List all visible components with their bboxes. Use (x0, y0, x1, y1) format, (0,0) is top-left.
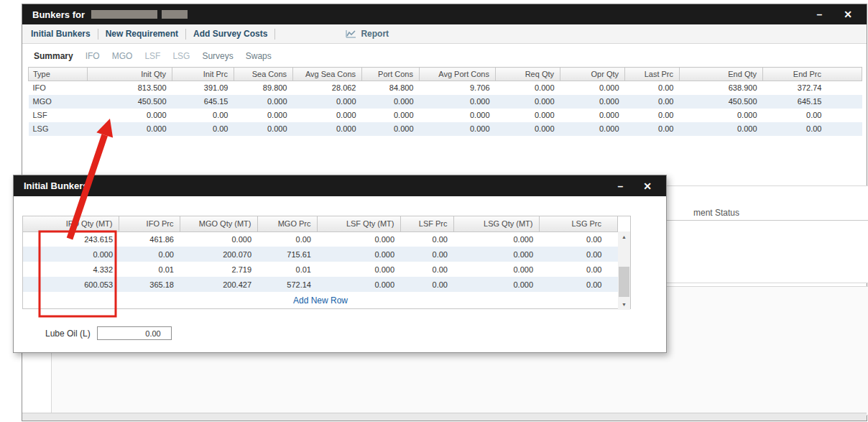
table-cell[interactable]: 715.61 (257, 247, 317, 262)
column-header[interactable]: Type (29, 68, 88, 81)
column-header[interactable]: MGO Prc (257, 216, 317, 231)
table-cell: 0.00 (172, 109, 234, 122)
tab-lsf[interactable]: LSF (144, 51, 160, 61)
column-header[interactable]: Avg Port Cons (420, 68, 496, 81)
initial-bunkers-button[interactable]: Initial Bunkers (31, 29, 91, 39)
vertical-scrollbar[interactable]: ▲ ▼ (618, 231, 630, 310)
table-cell[interactable]: 0.00 (400, 262, 453, 277)
table-row[interactable]: 0.0000.00200.070715.610.0000.000.0000.00 (23, 247, 618, 262)
table-cell: 0.000 (293, 95, 362, 109)
tab-summary[interactable]: Summary (34, 51, 73, 61)
scroll-down-icon[interactable]: ▼ (618, 299, 630, 310)
scroll-up-icon[interactable]: ▲ (618, 231, 630, 242)
table-row[interactable]: 600.053365.18200.427572.140.0000.000.000… (23, 277, 618, 292)
column-header[interactable]: Init Prc (172, 68, 234, 81)
column-header[interactable]: Init Qty (88, 68, 172, 81)
table-cell[interactable]: 0.000 (317, 277, 400, 292)
table-cell: 0.000 (420, 95, 496, 109)
column-header[interactable]: Last Prc (625, 68, 680, 81)
dialog-titlebar[interactable]: Initial Bunkers – ✕ (14, 175, 666, 196)
scrollbar-track[interactable] (618, 242, 630, 299)
column-header[interactable]: LSG Qty (MT) (453, 216, 539, 231)
column-header[interactable]: IFO Qty (MT) (23, 216, 119, 231)
table-cell[interactable]: 4.332 (23, 262, 119, 277)
column-header[interactable]: Avg Sea Cons (293, 68, 362, 81)
column-header[interactable]: End Prc (763, 68, 862, 81)
tab-swaps[interactable]: Swaps (246, 51, 272, 61)
table-cell: 0.000 (88, 109, 172, 122)
tab-ifo[interactable]: IFO (86, 51, 100, 61)
table-row[interactable]: LSG0.0000.000.0000.0000.0000.0000.0000.0… (29, 122, 862, 136)
minimize-icon[interactable]: – (816, 9, 822, 19)
table-cell[interactable]: 2.719 (180, 262, 257, 277)
column-header[interactable]: LSF Qty (MT) (317, 216, 400, 231)
table-cell: 0.000 (234, 122, 293, 136)
column-header[interactable]: Port Cons (362, 68, 420, 81)
table-cell[interactable]: 0.000 (317, 231, 400, 247)
table-cell: 0.00 (763, 122, 862, 136)
table-cell[interactable]: 0.00 (400, 277, 453, 292)
tab-mgo[interactable]: MGO (112, 51, 133, 61)
column-header[interactable]: Opr Qty (560, 68, 625, 81)
table-cell[interactable]: 0.00 (539, 247, 618, 262)
report-button[interactable]: Report (346, 29, 389, 39)
table-cell[interactable]: 0.000 (317, 247, 400, 262)
column-header[interactable]: MGO Qty (MT) (180, 216, 257, 231)
lube-oil-input[interactable] (97, 326, 172, 340)
table-cell[interactable]: 0.000 (180, 231, 257, 247)
table-row[interactable]: LSF0.0000.000.0000.0000.0000.0000.0000.0… (29, 109, 862, 122)
table-cell[interactable]: 0.000 (23, 247, 119, 262)
table-cell: 84.800 (362, 81, 420, 95)
table-row[interactable]: 243.615461.860.0000.000.0000.000.0000.00 (23, 231, 618, 247)
table-cell[interactable]: 0.00 (400, 231, 453, 247)
table-cell: 450.500 (88, 95, 172, 109)
table-cell: 0.000 (293, 122, 362, 136)
window-titlebar[interactable]: Bunkers for – ✕ (22, 4, 867, 24)
table-cell: 0.000 (560, 95, 625, 109)
new-requirement-button[interactable]: New Requirement (106, 29, 178, 39)
table-cell[interactable]: 461.86 (119, 231, 180, 247)
table-row[interactable]: 4.3320.012.7190.010.0000.000.0000.00 (23, 262, 618, 277)
table-cell[interactable]: 0.000 (453, 247, 539, 262)
dialog-minimize-icon[interactable]: – (617, 181, 623, 191)
table-cell[interactable]: 200.427 (180, 277, 257, 292)
table-row[interactable]: MGO450.500645.150.0000.0000.0000.0000.00… (29, 95, 862, 109)
table-cell: 0.000 (560, 109, 625, 122)
table-cell[interactable]: 0.00 (400, 247, 453, 262)
table-cell[interactable]: 600.053 (23, 277, 119, 292)
tab-surveys[interactable]: Surveys (202, 51, 233, 61)
table-cell: 0.000 (496, 95, 560, 109)
table-cell[interactable]: 572.14 (257, 277, 317, 292)
table-cell[interactable]: 365.18 (119, 277, 180, 292)
bunkers-grid: IFO Qty (MT)IFO PrcMGO Qty (MT)MGO PrcLS… (22, 216, 631, 309)
table-cell[interactable]: 0.00 (539, 231, 618, 247)
table-cell[interactable]: 243.615 (23, 231, 119, 247)
table-row[interactable]: IFO813.500391.0989.80028.06284.8009.7060… (29, 81, 862, 95)
table-cell: 0.000 (293, 109, 362, 122)
table-cell[interactable]: 0.000 (453, 262, 539, 277)
dialog-close-icon[interactable]: ✕ (643, 181, 652, 191)
table-cell[interactable]: 200.070 (180, 247, 257, 262)
add-survey-costs-button[interactable]: Add Survey Costs (193, 29, 267, 39)
column-header[interactable]: LSF Prc (400, 216, 453, 231)
table-cell[interactable]: 0.00 (539, 277, 618, 292)
column-header[interactable]: Sea Cons (234, 68, 293, 81)
table-cell[interactable]: 0.000 (317, 262, 400, 277)
column-header[interactable]: Req Qty (496, 68, 560, 81)
column-header[interactable]: IFO Prc (119, 216, 180, 231)
table-cell[interactable]: 0.01 (119, 262, 180, 277)
add-new-row-link[interactable]: Add New Row (23, 292, 618, 308)
table-cell[interactable]: 0.00 (119, 247, 180, 262)
table-cell[interactable]: 0.000 (453, 231, 539, 247)
column-header[interactable]: LSG Prc (539, 216, 618, 231)
table-cell[interactable]: 0.00 (539, 262, 618, 277)
table-cell: 0.000 (88, 122, 172, 136)
initial-bunkers-dialog: Initial Bunkers – ✕ IFO Qty (MT)IFO PrcM… (13, 175, 667, 353)
table-cell[interactable]: 0.00 (257, 231, 317, 247)
tab-lsg[interactable]: LSG (172, 51, 190, 61)
column-header[interactable]: End Qty (680, 68, 763, 81)
table-cell[interactable]: 0.000 (453, 277, 539, 292)
close-icon[interactable]: ✕ (844, 9, 852, 19)
table-cell[interactable]: 0.01 (257, 262, 317, 277)
scrollbar-thumb[interactable] (619, 267, 629, 297)
